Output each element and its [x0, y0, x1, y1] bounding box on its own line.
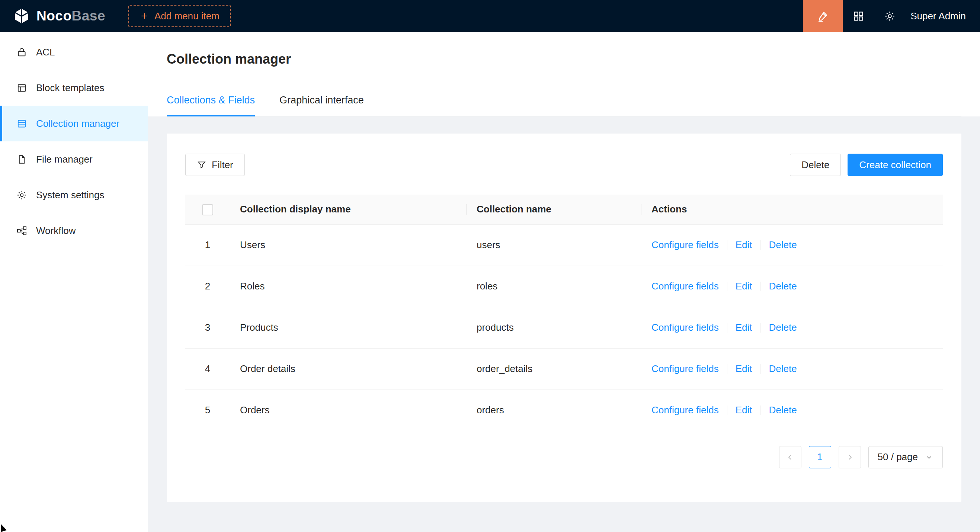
action-divider — [727, 240, 727, 250]
collections-table: Collection display name Collection name … — [185, 195, 943, 431]
collection-name-cell: roles — [466, 266, 641, 307]
toolbar-right: Delete Create collection — [790, 154, 943, 176]
table-row: 1 Users users Configure fields Edit Dele… — [185, 224, 943, 266]
collection-name-cell: products — [466, 307, 641, 348]
tabs: Collections & Fields Graphical interface — [167, 94, 961, 116]
page-size-select[interactable]: 50 / page — [869, 446, 943, 468]
create-collection-button[interactable]: Create collection — [848, 154, 943, 176]
select-all-checkbox[interactable] — [202, 204, 213, 215]
row-index: 1 — [185, 224, 230, 266]
current-user[interactable]: Super Admin — [905, 10, 980, 22]
table-row: 5 Orders orders Configure fields Edit De… — [185, 389, 943, 431]
page-header: Collection manager Collections & Fields … — [148, 32, 980, 116]
table-toolbar: Filter Delete Create collection — [185, 154, 943, 176]
action-divider — [727, 405, 727, 415]
workflow-icon — [16, 226, 27, 236]
sidebar-item-label: System settings — [36, 189, 105, 201]
collection-display-name-cell: Order details — [230, 348, 466, 389]
main-content: Collection manager Collections & Fields … — [148, 32, 980, 532]
settings-button[interactable] — [874, 0, 905, 32]
configure-fields-link[interactable]: Configure fields — [651, 322, 719, 333]
configure-fields-link[interactable]: Configure fields — [651, 239, 719, 251]
sidebar-item-workflow[interactable]: Workflow — [0, 213, 148, 249]
filter-button-label: Filter — [212, 159, 233, 171]
delete-link[interactable]: Delete — [769, 281, 797, 292]
file-icon — [16, 154, 27, 165]
collection-name-cell: orders — [466, 389, 641, 431]
row-actions: Configure fields Edit Delete — [651, 281, 933, 292]
sidebar-item-label: File manager — [36, 154, 93, 165]
configure-fields-link[interactable]: Configure fields — [651, 281, 719, 292]
sidebar-item-file-manager[interactable]: File manager — [0, 141, 148, 177]
configure-fields-link[interactable]: Configure fields — [651, 363, 719, 375]
gear-icon — [16, 190, 27, 200]
next-page-button[interactable] — [838, 446, 861, 468]
highlighter-icon — [816, 9, 830, 23]
action-divider — [727, 364, 727, 374]
brand-text-secondary: Base — [72, 8, 105, 24]
body-row: ACL Block templates Collection manager F… — [0, 32, 980, 532]
add-menu-item-label: Add menu item — [154, 10, 220, 22]
chevron-right-icon — [845, 453, 854, 462]
action-divider — [727, 323, 727, 333]
edit-link[interactable]: Edit — [735, 322, 752, 333]
add-menu-item-button[interactable]: Add menu item — [128, 5, 231, 27]
row-actions: Configure fields Edit Delete — [651, 322, 933, 333]
delete-link[interactable]: Delete — [769, 239, 797, 251]
column-header-display-name: Collection display name — [230, 195, 466, 224]
table-row: 2 Roles roles Configure fields Edit Dele… — [185, 266, 943, 307]
content-area: Filter Delete Create collection Collec — [148, 116, 980, 532]
sidebar-item-collection-manager[interactable]: Collection manager — [0, 106, 148, 141]
lock-icon — [16, 47, 27, 58]
sidebar-item-label: Collection manager — [36, 118, 119, 129]
sidebar-item-system-settings[interactable]: System settings — [0, 177, 148, 213]
row-actions: Configure fields Edit Delete — [651, 239, 933, 251]
prev-page-button[interactable] — [779, 446, 802, 468]
configure-fields-link[interactable]: Configure fields — [651, 404, 719, 416]
brand-logo[interactable]: NocoBase — [0, 7, 118, 25]
sidebar-item-block-templates[interactable]: Block templates — [0, 70, 148, 106]
app-window: NocoBase Add menu item Super Admin — [0, 0, 980, 532]
table-row: 3 Products products Configure fields Edi… — [185, 307, 943, 348]
row-index: 2 — [185, 266, 230, 307]
filter-button[interactable]: Filter — [185, 154, 245, 176]
sidebar-item-acl[interactable]: ACL — [0, 34, 148, 70]
edit-link[interactable]: Edit — [735, 363, 752, 375]
table-row: 4 Order details order_details Configure … — [185, 348, 943, 389]
column-header-name: Collection name — [466, 195, 641, 224]
sidebar-item-label: Workflow — [36, 225, 76, 237]
row-index: 5 — [185, 389, 230, 431]
row-index: 4 — [185, 348, 230, 389]
edit-link[interactable]: Edit — [735, 404, 752, 416]
row-actions: Configure fields Edit Delete — [651, 404, 933, 416]
edit-link[interactable]: Edit — [735, 281, 752, 292]
row-index: 3 — [185, 307, 230, 348]
filter-icon — [197, 160, 207, 170]
plus-icon — [140, 11, 149, 21]
row-actions: Configure fields Edit Delete — [651, 363, 933, 375]
page-1-button[interactable]: 1 — [809, 446, 831, 468]
action-divider — [760, 364, 760, 374]
plugins-button[interactable] — [843, 0, 874, 32]
ui-editor-button[interactable] — [803, 0, 843, 32]
delete-button[interactable]: Delete — [790, 154, 841, 176]
delete-link[interactable]: Delete — [769, 363, 797, 375]
sidebar-item-label: Block templates — [36, 82, 105, 94]
collection-name-cell: order_details — [466, 348, 641, 389]
tab-collections-fields[interactable]: Collections & Fields — [167, 94, 255, 116]
nocobase-logo-icon — [13, 7, 30, 25]
topbar-right: Super Admin — [803, 0, 980, 32]
tab-graphical-interface[interactable]: Graphical interface — [279, 94, 364, 116]
edit-link[interactable]: Edit — [735, 239, 752, 251]
block-template-icon — [16, 83, 27, 94]
delete-link[interactable]: Delete — [769, 404, 797, 416]
grid-icon — [853, 10, 864, 22]
collections-card: Filter Delete Create collection Collec — [167, 133, 961, 502]
page-size-value: 50 / page — [878, 451, 918, 463]
table-header-row: Collection display name Collection name … — [185, 195, 943, 224]
delete-link[interactable]: Delete — [769, 322, 797, 333]
brand-text-primary: Noco — [37, 8, 72, 24]
brand-text: NocoBase — [37, 8, 105, 24]
collection-display-name-cell: Orders — [230, 389, 466, 431]
column-header-actions: Actions — [641, 195, 943, 224]
